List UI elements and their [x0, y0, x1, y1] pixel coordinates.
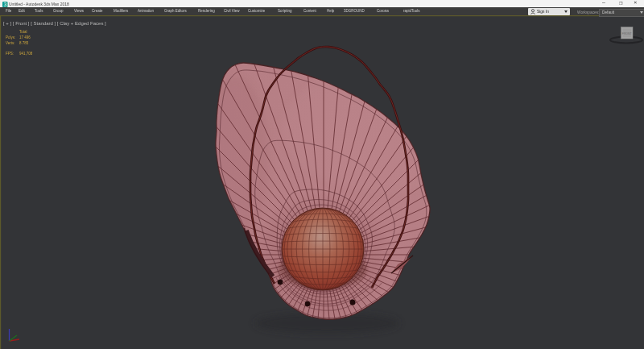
- svg-text:FRONT: FRONT: [622, 32, 632, 35]
- svg-text:3: 3: [3, 2, 6, 7]
